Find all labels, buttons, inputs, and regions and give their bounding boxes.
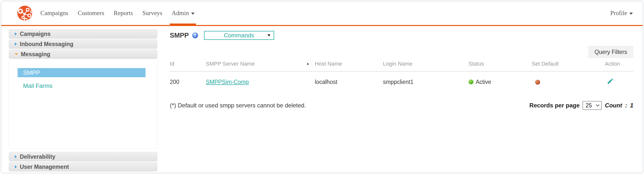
sidebar-section-inbound-messaging[interactable]: Inbound Messaging [9,39,158,49]
chevron-right-icon [15,32,17,35]
sidebar-section-label: Campaigns [20,31,50,37]
content-area: Campaigns Inbound Messaging Messaging SM… [1,26,643,172]
profile-menu[interactable]: Profile [610,10,633,16]
sidebar-item-smpp[interactable]: SMPP [18,68,146,77]
sidebar-section-label: Inbound Messaging [20,41,73,47]
sort-asc-icon: ▲ [306,62,309,65]
sidebar-messaging-panel: SMPP Mail Farms [9,60,158,149]
records-per-page-label: Records per page [530,102,580,109]
chevron-down-icon [596,103,600,106]
top-nav-bar: Campaigns Customers Reports Surveys Admi… [1,1,643,26]
table-row: 200 SMPPSim-Comp localhost smppclient1 A… [170,71,633,93]
count-label: Count [605,102,622,109]
smpp-servers-table: Id SMPP Server Name ▲ Host Name Login Na… [170,60,633,93]
record-count: Count : 1 [605,102,633,109]
filters-row: Query Filters [170,46,633,58]
column-header-status[interactable]: Status [468,60,532,71]
status-label: Active [476,79,491,85]
column-header-action[interactable]: Action [605,60,633,71]
cell-login-name: smppclient1 [383,71,468,93]
nav-item-admin[interactable]: Admin [172,10,194,16]
commands-dropdown[interactable]: Commands [204,31,274,40]
app-window: Campaigns Customers Reports Surveys Admi… [1,1,643,173]
page-title: SMPP [170,32,189,39]
count-colon: : [625,102,627,109]
query-filters-button[interactable]: Query Filters [588,46,633,58]
set-default-toggle-icon[interactable] [535,80,540,85]
records-per-page-value: 25 [586,102,592,109]
title-row: SMPP ? Commands [170,30,633,40]
column-header-login-name[interactable]: Login Name [383,60,468,71]
main-panel: SMPP ? Commands Query Filters Id [158,26,643,110]
cell-id: 200 [170,71,206,93]
chevron-down-icon [191,13,194,14]
sidebar-section-deliverability[interactable]: Deliverability [9,152,158,161]
status-active-dot-icon [468,79,474,84]
chevron-down-icon [268,34,270,36]
chevron-down-icon [15,53,18,55]
main-nav: Campaigns Customers Reports Surveys Admi… [40,10,194,16]
nav-item-campaigns[interactable]: Campaigns [40,10,68,16]
count-value: 1 [630,102,633,109]
status-badge: Active [468,79,532,85]
pagination-controls: Records per page 25 Count : 1 [530,101,633,110]
cell-host-name: localhost [315,71,383,93]
sidebar-item-mail-farms[interactable]: Mail Farms [23,82,52,89]
column-header-label: SMPP Server Name [206,61,255,67]
server-name-link[interactable]: SMPPSim-Comp [206,79,249,85]
records-per-page-select[interactable]: 25 [582,101,602,110]
nav-item-reports[interactable]: Reports [114,10,133,16]
nav-item-customers[interactable]: Customers [78,10,104,16]
sidebar-section-campaigns[interactable]: Campaigns [9,29,158,39]
sidebar: Campaigns Inbound Messaging Messaging SM… [9,29,158,172]
nav-item-admin-label: Admin [172,10,189,16]
sidebar-section-label: Deliverability [20,154,55,160]
chevron-right-icon [15,43,17,45]
column-header-host-name[interactable]: Host Name [315,60,383,71]
help-icon[interactable]: ? [192,32,198,38]
chevron-right-icon [15,165,17,168]
sidebar-section-label: Messaging [21,51,50,58]
deletion-note: (*) Default or used smpp servers cannot … [170,102,306,109]
nav-item-surveys[interactable]: Surveys [142,10,162,16]
profile-label: Profile [610,10,627,16]
chevron-down-icon [629,13,633,14]
column-header-id[interactable]: Id [170,60,206,71]
column-header-set-default[interactable]: Set Default [532,60,605,71]
chevron-right-icon [15,155,17,158]
commands-dropdown-value: Commands [224,32,254,39]
sidebar-section-label: User Management [20,164,69,170]
table-footer: (*) Default or used smpp servers cannot … [170,101,633,110]
sidebar-section-messaging[interactable]: Messaging [9,49,158,59]
table-header-row: Id SMPP Server Name ▲ Host Name Login Na… [170,60,633,71]
brand-molecule-logo[interactable] [17,5,32,21]
sidebar-section-user-management[interactable]: User Management [9,162,158,172]
edit-pencil-icon[interactable] [607,78,614,85]
column-header-server-name[interactable]: SMPP Server Name ▲ [206,60,315,71]
